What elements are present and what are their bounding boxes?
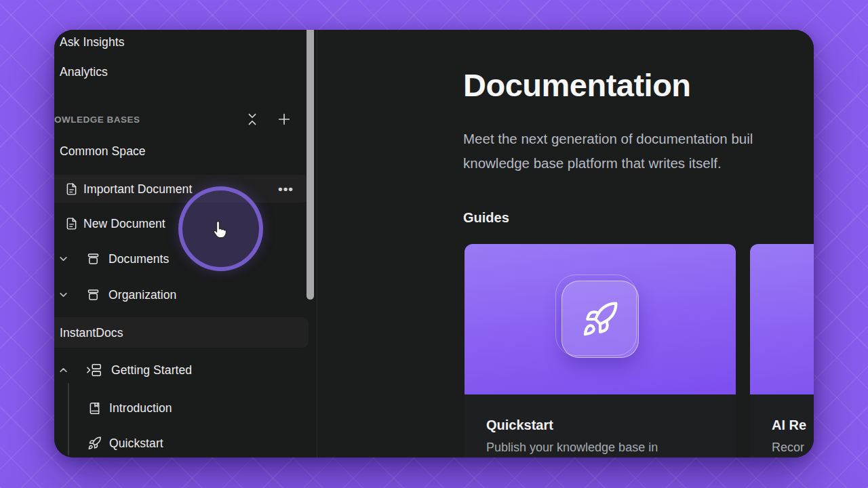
chevron-down-icon[interactable] — [58, 289, 69, 301]
card-title: AI Re — [772, 418, 814, 433]
card-banner — [750, 244, 814, 394]
page-subtitle: Meet the next generation of documentatio… — [463, 127, 753, 175]
sidebar-item-ask-insights[interactable]: Ask Insights — [54, 30, 309, 56]
sidebar-item-label: InstantDocs — [60, 325, 123, 340]
sidebar-item-label: Quickstart — [109, 436, 163, 451]
sidebar-item-label: Getting Started — [111, 363, 192, 378]
more-menu-icon[interactable]: ••• — [278, 182, 294, 197]
book-icon — [87, 401, 102, 415]
knowledge-bases-section-header: OWLEDGE BASES — [54, 110, 309, 128]
file-text-icon — [64, 182, 79, 196]
sidebar-item-introduction[interactable]: Introduction — [54, 394, 309, 422]
file-text-icon — [64, 217, 79, 231]
archive-icon — [86, 288, 100, 302]
sidebar-scrollbar[interactable] — [307, 30, 314, 300]
app-window: Ask Insights Analytics OWLEDGE BASES Com… — [54, 30, 814, 458]
chevron-up-icon[interactable] — [58, 365, 69, 376]
plus-icon[interactable] — [277, 112, 292, 127]
sidebar-item-analytics[interactable]: Analytics — [54, 58, 309, 85]
rocket-icon — [87, 436, 102, 451]
sidebar-item-getting-started[interactable]: Getting Started — [54, 357, 309, 384]
page-title: Documentation — [463, 66, 691, 104]
icon-tile — [561, 281, 639, 358]
sidebar-item-label: Ask Insights — [60, 35, 125, 49]
guide-card-quickstart[interactable]: Quickstart Publish your knowledge base i… — [465, 244, 736, 458]
list-tree-icon — [86, 363, 102, 378]
guide-cards-row: Quickstart Publish your knowledge base i… — [465, 244, 814, 458]
chevron-down-icon[interactable] — [58, 253, 69, 265]
sidebar-item-important-document[interactable]: Important Document ••• — [54, 175, 309, 203]
sidebar-item-new-document[interactable]: New Document — [54, 210, 309, 237]
sidebar-item-organization[interactable]: Organization — [54, 281, 309, 308]
sidebar-item-label: New Document — [83, 217, 165, 231]
card-description: Recor — [772, 441, 814, 455]
card-title: Quickstart — [486, 418, 714, 433]
screenshot-root: { "colors": { "background_purple": "#8a5… — [0, 0, 868, 488]
sidebar-item-label: Analytics — [60, 65, 108, 79]
collapse-all-icon[interactable] — [245, 112, 260, 127]
sidebar: Ask Insights Analytics OWLEDGE BASES Com… — [54, 30, 317, 458]
page-subtitle-line2: knowledge base platform that writes itse… — [463, 151, 753, 176]
sidebar-item-label: Documents — [108, 252, 169, 266]
card-body: AI Re Recor — [750, 394, 814, 455]
sidebar-item-label: Introduction — [109, 401, 172, 415]
sidebar-item-common-space[interactable]: Common Space — [54, 138, 309, 165]
rocket-icon — [581, 300, 619, 338]
guide-card-ai[interactable]: AI Re Recor — [750, 244, 814, 458]
main-content: Documentation Meet the next generation o… — [317, 30, 814, 458]
sidebar-item-label: Common Space — [60, 144, 146, 159]
section-header-label: OWLEDGE BASES — [54, 115, 140, 125]
sidebar-item-label: Organization — [108, 288, 176, 302]
sidebar-item-instantdocs[interactable]: InstantDocs — [54, 317, 309, 348]
card-description: Publish your knowledge base in — [486, 441, 714, 455]
archive-icon — [86, 252, 100, 266]
guides-section-title: Guides — [463, 210, 509, 226]
card-body: Quickstart Publish your knowledge base i… — [465, 394, 736, 455]
sidebar-item-documents[interactable]: Documents — [54, 245, 309, 272]
card-banner — [465, 244, 736, 394]
sidebar-item-label: Important Document — [83, 182, 192, 196]
page-subtitle-line1: Meet the next generation of documentatio… — [463, 127, 753, 151]
sidebar-item-quickstart[interactable]: Quickstart — [54, 430, 309, 457]
